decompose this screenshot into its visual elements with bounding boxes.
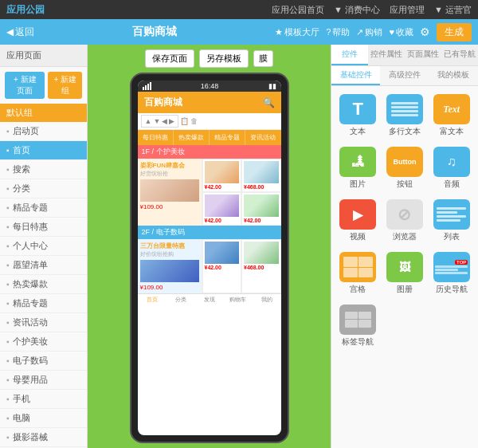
subtab-advanced[interactable]: 高级控件 <box>380 66 429 85</box>
product4-img <box>244 195 279 217</box>
phone-banner-item-daily[interactable]: 每日特惠 <box>138 130 174 145</box>
sidebar-item-featured2[interactable]: ▪ 精品专题 <box>0 294 87 313</box>
save-template-button[interactable]: 另存模板 <box>199 49 249 68</box>
sidebar-item-news[interactable]: ▪ 资讯活动 <box>0 313 87 332</box>
nav-app-manage[interactable]: 应用管理 <box>390 4 425 16</box>
phone-section2-content: 三万台限量特惠 好价缤纷抢购 ¥109.00 ¥42.00 ¥468.00 <box>138 239 281 293</box>
widget-audio[interactable]: ♫ 音频 <box>429 143 473 193</box>
sidebar-buttons: + 新建页面 + 新建组 <box>0 67 87 104</box>
collect-link[interactable]: ♥ 收藏 <box>389 26 413 38</box>
buy-sell-link[interactable]: ↗ 购销 <box>356 26 382 38</box>
nav-app-park[interactable]: 应用公园首页 <box>272 4 324 16</box>
nav-consume[interactable]: ▼ 消费中心 <box>334 4 380 16</box>
nav-copy-icon[interactable]: 📋 <box>180 117 189 125</box>
new-page-button[interactable]: + 新建页面 <box>5 72 45 99</box>
right-panel: 控件 控件属性 页面属性 已有导航 基础控件 高级控件 我的模板 T 文本 <box>331 45 478 448</box>
tab-page-props[interactable]: 页面属性 <box>405 45 441 65</box>
sidebar-item-hotbest[interactable]: ▪ 热卖爆款 <box>0 275 87 294</box>
widget-multiline[interactable]: 多行文本 <box>383 91 427 140</box>
sidebar-item-personal[interactable]: ▪ 个人中心 <box>0 237 87 256</box>
sidebar-item-featured[interactable]: ▪ 精品专题 <box>0 198 87 218</box>
audio-widget-icon: ♫ <box>433 147 470 177</box>
sidebar-item-daily[interactable]: ▪ 每日特惠 <box>0 218 87 237</box>
save-page-button[interactable]: 保存页面 <box>145 49 194 68</box>
nav-right[interactable]: ▶ <box>169 117 174 125</box>
widget-browser[interactable]: 浏览器 <box>383 196 427 246</box>
sidebar-item-wishlist[interactable]: ▪ 愿望清单 <box>0 256 87 275</box>
sidebar-item-computer[interactable]: ▪ 电脑 <box>0 409 87 428</box>
multiline-widget-label: 多行文本 <box>389 126 421 137</box>
sidebar-item-home[interactable]: ▪ 首页 <box>0 141 87 160</box>
second-nav: ◀ 返回 百购商城 ★ 模板大厅 ? 帮助 ↗ 购销 ♥ 收藏 ⚙ 生成 <box>0 19 478 45</box>
widget-video[interactable]: ▶ 视频 <box>336 196 380 246</box>
phone-nav-category[interactable]: 分类 <box>167 296 195 304</box>
widget-grid[interactable]: 宫格 <box>336 249 380 298</box>
widget-album[interactable]: 🖼 图册 <box>383 249 427 298</box>
phone-products-grid2: ¥42.00 ¥468.00 <box>202 239 281 293</box>
phone-nav-mine[interactable]: 我的 <box>253 296 281 304</box>
phone-nav-cart[interactable]: 购物车 <box>224 296 253 304</box>
widget-button[interactable]: Button 按钮 <box>383 143 427 193</box>
subtab-basic[interactable]: 基础控件 <box>331 66 380 85</box>
widget-text[interactable]: T 文本 <box>336 91 380 140</box>
page-icon-home: ▪ <box>6 146 10 155</box>
nav-up[interactable]: ▲ <box>145 117 152 125</box>
widget-tagnav[interactable]: 标签导航 <box>336 301 380 351</box>
phone-time: 16:48 <box>201 82 219 90</box>
new-group-button[interactable]: + 新建组 <box>48 72 82 99</box>
sidebar-item-babycare[interactable]: ▪ 母婴用品 <box>0 371 87 390</box>
sidebar-item-electronics[interactable]: ▪ 电子数码 <box>0 352 87 371</box>
tab-widget-props[interactable]: 控件属性 <box>368 45 405 65</box>
tab-existing-nav[interactable]: 已有导航 <box>441 45 478 65</box>
nav-left[interactable]: ◀ <box>162 117 167 125</box>
right-tabs: 控件 控件属性 页面属性 已有导航 <box>331 45 478 66</box>
widget-image[interactable]: 🏞 图片 <box>336 143 380 193</box>
button-widget-icon: Button <box>386 147 423 177</box>
sidebar-item-launch[interactable]: ▪ 启动页 <box>0 122 87 141</box>
richtext-widget-icon: Text <box>433 94 470 124</box>
phone-nav-discover[interactable]: 发现 <box>195 296 224 304</box>
phone-search-icon[interactable]: 🔍 <box>263 97 275 108</box>
widget-list[interactable]: 列表 <box>429 196 473 246</box>
sidebar-item-beauty[interactable]: ▪ 个护美妆 <box>0 332 87 352</box>
phone-status-bar: 16:48 ▮▮ <box>138 81 281 92</box>
phone-banner-item-featured[interactable]: 精品专题 <box>210 130 245 145</box>
template-hall-link[interactable]: ★ 模板大厅 <box>275 26 319 38</box>
multiline-lines <box>391 102 418 116</box>
subtab-my-templates[interactable]: 我的模板 <box>429 66 478 85</box>
phone-nav-home[interactable]: 首页 <box>138 296 167 304</box>
grid-layout <box>343 257 373 278</box>
help-link[interactable]: ? 帮助 <box>326 26 350 38</box>
nav-operations[interactable]: ▼ 运营官 <box>434 4 472 16</box>
phone-banner-item-news[interactable]: 资讯活动 <box>245 130 280 145</box>
sidebar: 应用页面 + 新建页面 + 新建组 默认组 ▪ 启动页 ▪ 首页 ▪ 搜索 ▪ … <box>0 45 88 448</box>
product1-img <box>205 161 240 183</box>
nav-trash-icon[interactable]: 🗑 <box>190 117 198 125</box>
phone-app-header: 百购商城 🔍 <box>138 92 281 113</box>
product2-img <box>244 161 279 183</box>
page-title: 百购商城 <box>41 25 268 39</box>
nav-down[interactable]: ▼ <box>153 117 160 125</box>
center-area: 保存页面 另存模板 膜 1 <box>88 45 331 448</box>
phone-product-1: ¥42.00 <box>202 159 242 192</box>
gear-button[interactable]: ⚙ <box>420 26 430 38</box>
generate-button[interactable]: 生成 <box>437 23 472 41</box>
tab-widget[interactable]: 控件 <box>331 45 368 65</box>
promo1-price: ¥109.00 <box>140 203 199 210</box>
back-button[interactable]: ◀ 返回 <box>6 26 34 39</box>
tag-nav-content <box>345 312 372 328</box>
album-widget-icon: 🖼 <box>386 252 423 282</box>
phone-mockup: 16:48 ▮▮ 百购商城 🔍 ▲ ▼ ◀ ▶ 📋 <box>130 73 289 443</box>
widget-richtext[interactable]: Text 富文本 <box>429 91 473 140</box>
phone-banner-item-hot[interactable]: 热卖爆款 <box>174 130 210 145</box>
right-sub-tabs: 基础控件 高级控件 我的模板 <box>331 66 478 86</box>
template-toggle[interactable]: 膜 <box>253 50 273 67</box>
sidebar-item-phone[interactable]: ▪ 手机 <box>0 390 87 409</box>
history-content: TOP <box>435 260 468 274</box>
sidebar-group-default[interactable]: 默认组 <box>0 104 87 122</box>
sidebar-item-category[interactable]: ▪ 分类 <box>0 179 87 198</box>
sidebar-item-camera[interactable]: ▪ 摄影器械 <box>0 428 87 447</box>
widget-history[interactable]: TOP 历史导航 <box>429 249 473 298</box>
video-widget-icon: ▶ <box>339 199 376 230</box>
sidebar-item-search[interactable]: ▪ 搜索 <box>0 160 87 179</box>
